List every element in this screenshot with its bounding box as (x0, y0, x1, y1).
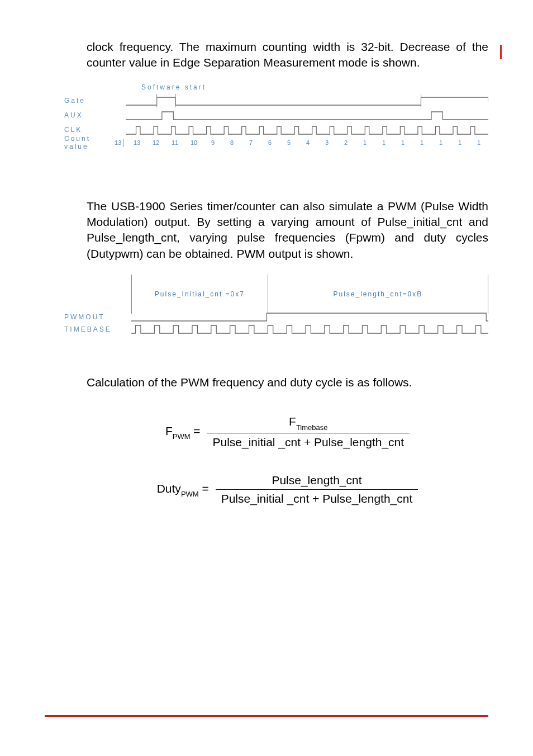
count-val: 13 (108, 139, 127, 146)
diag2-seg-initial: Pulse_Initial_cnt =0x7 (132, 290, 268, 298)
count-val: 1 (374, 139, 393, 146)
f1-num-main: F (289, 415, 296, 428)
page: clock frequency. The maximum counting wi… (0, 0, 533, 528)
count-val: 1 (412, 139, 431, 146)
count-val: 2 (336, 139, 355, 146)
count-val: 8 (222, 139, 241, 146)
count-val: 13 (127, 139, 146, 146)
paragraph-2: The USB-1900 Series timer/counter can al… (87, 199, 488, 262)
timebase-waveform (131, 323, 488, 336)
diag1-row-label-aux: AUX (64, 111, 126, 119)
count-val: 1 (355, 139, 374, 146)
f2-num: Pulse_length_cnt (216, 474, 418, 489)
count-val: 4 (298, 139, 317, 146)
clk-waveform (126, 123, 488, 136)
count-val: 3 (317, 139, 336, 146)
count-val: 5 (279, 139, 298, 146)
f1-lhs-main: F (165, 424, 173, 437)
diag1-row-label-count: Count value (64, 135, 108, 150)
count-val: 9 (203, 139, 222, 146)
count-val: 1 (450, 139, 469, 146)
diag2-row-label-pwmout: PWMOUT (64, 313, 131, 321)
count-val: 12 (146, 139, 165, 146)
f1-den: Pulse_initial _cnt + Pulse_length_cnt (207, 433, 410, 449)
formulas: FPWM = FTimebase Pulse_initial _cnt + Pu… (87, 415, 488, 505)
count-val: 1 (469, 139, 488, 146)
f1-num-sub: Timebase (296, 423, 328, 432)
f2-den: Pulse_initial _cnt + Pulse_length_cnt (216, 489, 418, 505)
timing-diagram-pwm: Pulse_Initial_cnt =0x7 Pulse_length_cnt=… (64, 277, 488, 336)
formula-fpwm: FPWM = FTimebase Pulse_initial _cnt + Pu… (165, 415, 410, 448)
formula-dutypwm: DutyPWM = Pulse_length_cnt Pulse_initial… (157, 474, 418, 505)
aux-waveform (126, 108, 488, 122)
diag1-row-label-gate: Gate (64, 97, 126, 105)
diag2-seg-length: Pulse_length_cnt=0xB (268, 290, 488, 298)
count-val: 10 (184, 139, 203, 146)
count-val: 6 (260, 139, 279, 146)
gate-waveform (126, 94, 488, 107)
paragraph-1: clock frequency. The maximum counting wi… (87, 39, 488, 71)
diag2-divider (488, 275, 488, 314)
paragraph-3: Calculation of the PWM frequency and dut… (87, 375, 488, 390)
f2-lhs-sub: PWM (181, 490, 199, 498)
diag2-row-label-timebase: TIMEBASE (64, 325, 131, 333)
content-column: clock frequency. The maximum counting wi… (87, 39, 488, 505)
pwmout-waveform (131, 311, 488, 323)
count-val: 1 (393, 139, 412, 146)
count-val: 1 (431, 139, 450, 146)
footer-rule (45, 715, 488, 717)
f1-lhs-sub: PWM (173, 432, 191, 441)
f2-lhs-main: Duty (157, 482, 181, 495)
text-cursor (500, 45, 502, 59)
diag1-software-start-label: Software start (141, 83, 488, 91)
timing-diagram-edge-separation: Software start Gate AUX CLK (64, 83, 488, 148)
diag1-row-label-clk: CLK (64, 126, 126, 134)
count-val: 11 (165, 139, 184, 146)
count-val: 7 (241, 139, 260, 146)
